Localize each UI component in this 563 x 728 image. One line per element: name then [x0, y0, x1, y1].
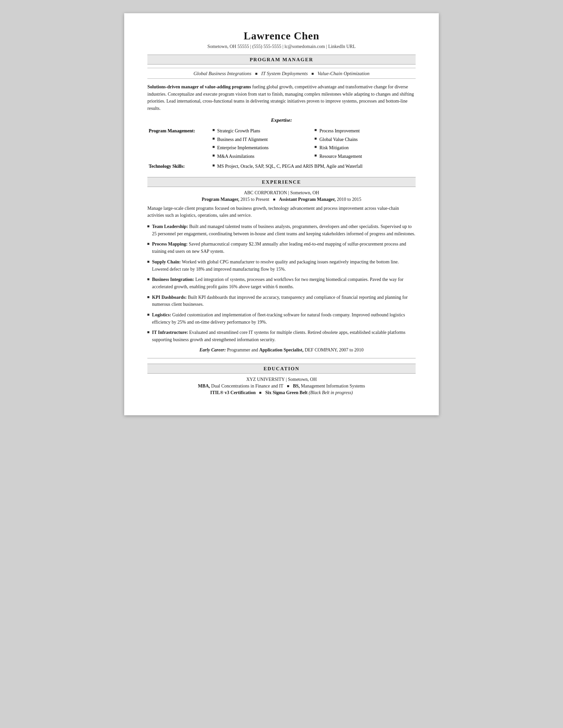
pm-item-4: M&A Assimilations — [212, 153, 312, 160]
pm-bullet-1 — [212, 129, 214, 131]
bullet-rest-2: Saved pharmaceutical company $2.3M annua… — [152, 242, 406, 254]
edu-cert-bold2: Six Sigma Green Belt — [265, 390, 308, 395]
edu-degree-rest1: Dual Concentrations in Finance and IT — [211, 384, 284, 388]
edu-degree-rest2: Management Information Systems — [301, 384, 365, 388]
bullet-bold-3: Supply Chain: — [152, 259, 181, 264]
edu-cert-bullet — [259, 392, 261, 394]
bullet-bold-1: Team Leadership: — [152, 224, 188, 229]
resume-page: Lawrence Chen Sometown, OH 55555 | (555)… — [124, 13, 439, 415]
early-career-bold: Application Specialist, — [259, 347, 304, 352]
bullet-divider-1 — [255, 73, 257, 75]
bullet-text-4: Business Integration: Led integration of… — [152, 276, 416, 290]
pm-item-label-2: Business and IT Alignment — [217, 136, 268, 144]
expertise-table: Program Management: Strategic Growth Pla… — [147, 126, 416, 172]
summary-text: Solutions-driven manager of value-adding… — [147, 83, 416, 112]
edu-cert-italic-text: (Black Belt in progress) — [309, 390, 353, 395]
pm-col1: Strategic Growth Plans Business and IT A… — [211, 126, 314, 162]
early-career-end: DEF COMPANY, 2007 to 2010 — [304, 347, 363, 352]
bullet-icon-6 — [147, 314, 149, 316]
pm-bullet-3 — [212, 146, 214, 148]
pm-item-label-1: Strategic Growth Plans — [217, 127, 260, 135]
edu-degree-line: MBA, Dual Concentrations in Finance and … — [147, 384, 416, 389]
bullet-rest-3: Worked with global CPG manufacturer to r… — [152, 259, 399, 272]
experience-bullet-list: Team Leadership: Built and managed talen… — [147, 223, 416, 343]
program-manager-title: Program Manager — [250, 57, 313, 62]
bullet-supply-chain: Supply Chain: Worked with global CPG man… — [147, 258, 416, 273]
pm-item-3: Enterprise Implementations — [212, 144, 312, 152]
bullet-icon-1 — [147, 225, 149, 227]
bullet-text-2: Process Mapping: Saved pharmaceutical co… — [152, 241, 416, 255]
bullet-icon-5 — [147, 296, 149, 298]
pm-item-6: Global Value Chains — [315, 136, 414, 144]
bullet-text-6: Logistics: Guided customization and impl… — [152, 311, 416, 326]
bullet-text-5: KPI Dashboards: Built KPI dashboards tha… — [152, 294, 416, 308]
expertise-title: Expertise: — [147, 117, 416, 123]
early-career-rest: Programmer and — [226, 347, 259, 352]
bullet-bold-2: Process Mapping: — [152, 242, 187, 247]
early-career-italic: Early Career: — [199, 347, 226, 352]
pm-bullet-2 — [212, 138, 214, 140]
role-line: Program Manager, 2015 to Present Assista… — [147, 197, 416, 202]
divider — [147, 358, 416, 358]
bullet-rest-6: Guided customization and implementation … — [152, 312, 405, 325]
experience-description: Manage large-scale client programs focus… — [147, 205, 416, 219]
pm-bullet-7 — [315, 146, 317, 148]
bullet-logistics: Logistics: Guided customization and impl… — [147, 311, 416, 326]
edu-cert-text: ITIL® v3 Certification — [210, 390, 256, 395]
candidate-name: Lawrence Chen — [147, 30, 416, 42]
role-date2-text: 2010 to 2015 — [337, 197, 361, 202]
role-bold2: Assistant Program Manager, — [279, 197, 336, 202]
tech-value: MS Project, Oracle, SAP, SQL, C, PEGA an… — [217, 162, 363, 170]
bullet-icon-3 — [147, 261, 149, 263]
pm-item-label-5: Process Improvement — [319, 127, 360, 135]
edu-university: XYZ UNIVERSITY | Sometown, OH — [147, 377, 416, 382]
pm-item-label-7: Risk Mitigation — [319, 144, 349, 152]
pm-bullet-5 — [315, 129, 317, 131]
pm-item-5: Process Improvement — [315, 127, 414, 135]
education-section: XYZ UNIVERSITY | Sometown, OH MBA, Dual … — [147, 377, 416, 395]
pm-label: Program Management: — [147, 126, 211, 162]
subtitle-part2: IT System Deployments — [261, 71, 308, 76]
experience-header-label: Experience — [262, 179, 301, 185]
pm-item-label-8: Resource Management — [319, 153, 362, 160]
bullet-bold-7: IT Infrastructure: — [152, 330, 188, 335]
pm-item-label-6: Global Value Chains — [319, 136, 358, 144]
bullet-icon-4 — [147, 278, 149, 280]
role-date1-text: 2015 to Present — [240, 197, 269, 202]
education-header-box: Education — [147, 364, 416, 374]
bullet-icon-2 — [147, 243, 149, 245]
expertise-section: Expertise: Program Management: Strategic… — [147, 117, 416, 172]
pm-item-1: Strategic Growth Plans — [212, 127, 312, 135]
bullet-icon-7 — [147, 331, 149, 333]
bullet-text-3: Supply Chain: Worked with global CPG man… — [152, 258, 416, 273]
pm-item-7: Risk Mitigation — [315, 144, 414, 152]
program-manager-title-box: Program Manager — [147, 55, 416, 65]
bullet-rest-5: Built KPI dashboards that improved the a… — [152, 295, 408, 307]
tech-value-cell: MS Project, Oracle, SAP, SQL, C, PEGA an… — [211, 162, 416, 172]
bullet-team-leadership: Team Leadership: Built and managed talen… — [147, 223, 416, 237]
edu-cert-line: ITIL® v3 Certification Six Sigma Green B… — [147, 390, 416, 395]
bullet-text-1: Team Leadership: Built and managed talen… — [152, 223, 416, 237]
pm-col2: Process Improvement Global Value Chains … — [313, 126, 416, 162]
bullet-text-7: IT Infrastructure: Evaluated and streaml… — [152, 329, 416, 343]
edu-degree-bullet — [287, 385, 289, 387]
pm-item-8: Resource Management — [315, 153, 414, 160]
bullet-business-integration: Business Integration: Led integration of… — [147, 276, 416, 290]
subtitle-line: Global Business Integrations IT System D… — [147, 71, 416, 76]
role-bullet — [273, 199, 275, 201]
tech-label: Technology Skills: — [147, 162, 211, 172]
experience-section: ABC CORPORATION | Sometown, OH Program M… — [147, 190, 416, 353]
contact-info: Sometown, OH 55555 | (555) 555-5555 | lc… — [147, 44, 416, 49]
expertise-row-pm: Program Management: Strategic Growth Pla… — [147, 126, 416, 162]
edu-degree-bold1: MBA, — [198, 384, 210, 388]
pm-bullet-4 — [212, 155, 214, 157]
bullet-divider-2 — [312, 73, 314, 75]
pm-bullet-8 — [315, 155, 317, 157]
subtitle-section: Global Business Integrations IT System D… — [147, 68, 416, 79]
tech-bullet — [212, 164, 214, 166]
subtitle-part3: Value-Chain Optimization — [318, 71, 370, 76]
bullet-bold-6: Logistics: — [152, 312, 171, 317]
education-header-label: Education — [263, 366, 300, 371]
bullet-rest-7: Evaluated and streamlined core IT system… — [152, 330, 405, 342]
experience-header-box: Experience — [147, 177, 416, 187]
